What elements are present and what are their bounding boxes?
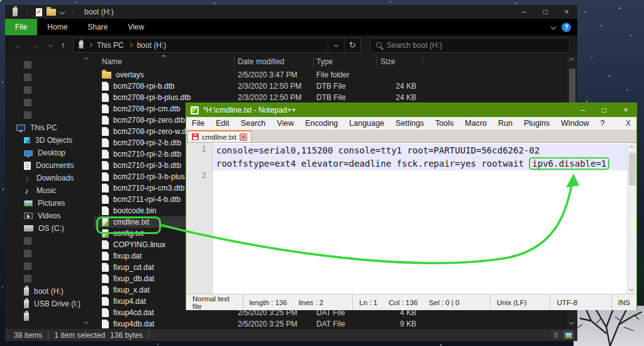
scroll-down-icon[interactable] — [630, 287, 634, 291]
sidebar-item[interactable]: Videos — [5, 209, 94, 222]
sidebar-item[interactable]: boot (H:) — [5, 285, 94, 298]
notepadpp-logo-icon — [191, 106, 199, 114]
menu-item[interactable]: Search — [235, 119, 272, 128]
menu-item[interactable]: Tools — [430, 119, 459, 128]
column-divider[interactable] — [313, 57, 314, 67]
large-icons-view-button[interactable] — [564, 331, 574, 339]
editor-area[interactable]: 1 2 console=serial0,115200 console=tty1 … — [186, 143, 636, 294]
search-input[interactable]: Search boot (H:) — [370, 38, 570, 53]
menu-item[interactable]: Window — [555, 119, 594, 128]
customize-toolbar-chevron-icon[interactable] — [60, 9, 65, 14]
address-dropdown-button[interactable] — [328, 38, 344, 52]
maximize-button[interactable]: □ — [535, 5, 556, 19]
file-name: config.txt — [113, 229, 143, 238]
sidebar-item[interactable]: Pictures — [5, 197, 94, 209]
scroll-down-icon[interactable] — [569, 320, 574, 325]
close-button[interactable]: × — [556, 5, 577, 19]
ribbon-tab[interactable]: Home — [37, 19, 77, 35]
menu-item[interactable]: Language — [343, 119, 390, 128]
notepadpp-titlebar[interactable]: *H:\cmdline.txt - Notepad++ – □ × — [186, 103, 636, 117]
menu-item[interactable]: View — [271, 119, 299, 128]
column-divider[interactable] — [423, 57, 423, 67]
sidebar-item[interactable]: Documents — [5, 159, 94, 172]
sidebar-item[interactable] — [5, 247, 94, 260]
sidebar-item[interactable] — [5, 272, 94, 285]
forward-button[interactable]: → — [31, 40, 40, 50]
sidebar-item[interactable] — [5, 235, 94, 247]
breadcrumb-this-pc[interactable]: This PC — [97, 41, 124, 50]
menu-item[interactable]: Encoding — [299, 119, 343, 128]
address-bar[interactable]: This PC boot (H:) ↻ — [73, 38, 361, 53]
column-header-type[interactable]: Type — [316, 57, 333, 66]
details-view-button[interactable] — [551, 331, 561, 339]
collapse-ribbon-chevron-icon[interactable] — [551, 25, 556, 30]
explorer-titlebar[interactable]: boot (H:) – □ × — [5, 5, 577, 19]
sidebar-item[interactable] — [5, 96, 94, 109]
file-name: bcm2708-rpi-b.dtb — [113, 82, 174, 91]
menu-item[interactable]: Plugins — [518, 119, 555, 128]
editor-scrollbar[interactable] — [627, 143, 636, 294]
sidebar-item[interactable]: USB Drive (I:) — [5, 298, 94, 310]
new-folder-icon[interactable] — [47, 9, 56, 16]
column-divider[interactable] — [376, 57, 377, 67]
menu-item[interactable]: Edit — [210, 119, 235, 128]
column-header-size[interactable]: Size — [380, 57, 395, 66]
scroll-up-icon[interactable] — [569, 58, 574, 62]
file-row[interactable]: bcm2708-rpi-b.dtb 2/3/2020 12:50 PM DTB … — [94, 81, 567, 92]
breadcrumb-boot-h[interactable]: boot (H:) — [137, 41, 167, 50]
properties-icon[interactable] — [36, 8, 42, 16]
sidebar-item[interactable]: OS (C:) — [5, 222, 94, 235]
tab-close-icon[interactable]: × — [240, 133, 247, 141]
maximize-button[interactable]: □ — [594, 103, 615, 117]
help-icon[interactable]: ? — [562, 23, 571, 32]
menu-item[interactable]: Run — [492, 119, 518, 128]
menu-item[interactable]: Settings — [390, 119, 430, 128]
file-row[interactable]: fixup4db.dat 2/5/2020 3:25 PM DAT File 9… — [94, 318, 567, 329]
file-row[interactable]: overlays 2/5/2020 3:47 PM File folder — [94, 69, 567, 81]
back-button[interactable]: ← — [14, 40, 23, 50]
column-divider[interactable] — [234, 57, 235, 67]
sidebar-item[interactable]: Music — [5, 184, 94, 197]
scroll-up-icon[interactable] — [630, 145, 634, 150]
menu-item[interactable]: ? — [594, 119, 610, 128]
file-row[interactable]: bcm2708-rpi-b-plus.dtb 2/3/2020 12:50 PM… — [94, 92, 567, 103]
notepadpp-menubar: File Edit Search View Encoding Language … — [186, 117, 636, 130]
sidebar-item[interactable]: This PC — [5, 121, 94, 134]
file-name: fixup_x.dat — [113, 286, 150, 294]
drive-icon[interactable] — [79, 42, 84, 48]
sidebar-item[interactable] — [5, 71, 94, 84]
explorer-window-controls: – □ × — [513, 5, 577, 19]
sidebar-item[interactable]: Desktop — [5, 147, 94, 159]
sidebar-item-icon — [24, 137, 30, 143]
scrollbar-thumb[interactable] — [569, 69, 575, 104]
column-header-name[interactable]: Name — [102, 57, 122, 66]
file-name: bcm2708-rpi-zero-w.dtb — [113, 127, 192, 136]
close-document-x[interactable]: X — [626, 119, 631, 128]
document-tab[interactable]: cmdline.txt × — [187, 130, 252, 142]
scrollbar-thumb[interactable] — [629, 153, 636, 186]
refresh-button[interactable]: ↻ — [344, 38, 360, 52]
menu-item[interactable]: File — [186, 119, 210, 128]
sidebar-item[interactable] — [5, 260, 94, 272]
column-header-date[interactable]: Date modified — [238, 57, 284, 66]
navigation-pane: This PC 3D Objects Desktop — [5, 55, 94, 329]
code-area[interactable]: console=serial0,115200 console=tty1 root… — [213, 143, 627, 294]
menu-item[interactable]: Macro — [459, 119, 492, 128]
recent-locations-chevron-icon[interactable] — [48, 43, 53, 47]
sidebar-item[interactable]: 3D Objects — [5, 134, 94, 147]
minimize-button[interactable]: – — [513, 5, 535, 19]
sidebar-item[interactable] — [5, 84, 94, 96]
ribbon-tab[interactable]: Share — [77, 19, 118, 35]
ribbon-tab[interactable]: File — [5, 19, 37, 35]
ribbon-tab[interactable]: View — [118, 19, 154, 35]
file-icon — [102, 218, 109, 226]
up-button[interactable]: ↑ — [61, 40, 65, 50]
file-type: DAT File — [316, 320, 345, 328]
sidebar-item[interactable]: Downloads — [5, 172, 94, 184]
close-button[interactable]: × — [615, 103, 636, 117]
minimize-button[interactable]: – — [572, 103, 594, 117]
sidebar-item[interactable] — [5, 310, 94, 323]
sidebar-item[interactable] — [5, 59, 94, 71]
sidebar-item[interactable] — [5, 109, 94, 121]
column-headers: Name Date modified Type Size — [94, 55, 567, 69]
